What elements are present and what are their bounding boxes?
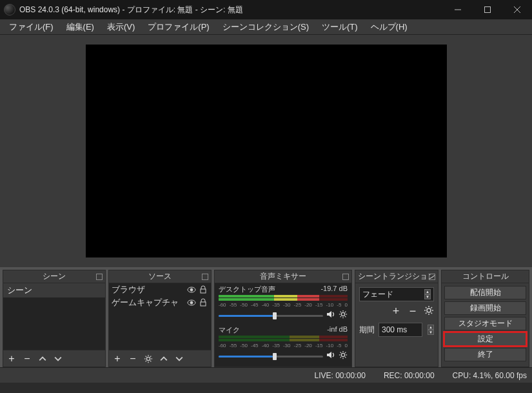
add-scene-button[interactable]: + xyxy=(6,353,17,365)
channel-settings-icon[interactable] xyxy=(339,350,348,361)
status-cpu: CPU: 4.1%, 60.00 fps xyxy=(453,371,527,380)
remove-source-button[interactable]: − xyxy=(127,353,139,365)
start-streaming-button[interactable]: 配信開始 xyxy=(444,286,526,299)
svg-rect-6 xyxy=(201,289,206,293)
svg-rect-1 xyxy=(485,7,491,13)
svg-line-16 xyxy=(150,361,151,361)
svg-point-5 xyxy=(190,288,193,291)
svg-point-39 xyxy=(427,308,431,312)
source-item[interactable]: ブラウザ xyxy=(109,283,211,296)
svg-point-8 xyxy=(190,301,193,304)
svg-line-28 xyxy=(345,312,346,312)
status-live: LIVE: 00:00:00 xyxy=(314,371,365,380)
audio-meter xyxy=(219,295,348,302)
menubar: ファイル(F) 編集(E) 表示(V) プロファイル(P) シーンコレクション(… xyxy=(0,19,532,35)
menu-edit[interactable]: 編集(E) xyxy=(60,19,101,35)
remove-scene-button[interactable]: − xyxy=(21,353,33,365)
undock-icon[interactable] xyxy=(202,274,208,280)
scene-down-button[interactable] xyxy=(52,353,64,365)
svg-line-36 xyxy=(345,357,346,358)
mixer-title: 音声ミキサー xyxy=(260,271,306,282)
mixer-body: デスクトップ音声-19.7 dB -60-55-50-45-40-35-30-2… xyxy=(215,283,351,367)
volume-slider[interactable] xyxy=(219,311,323,320)
svg-line-38 xyxy=(345,352,346,353)
start-recording-button[interactable]: 録画開始 xyxy=(444,301,526,315)
svg-line-25 xyxy=(340,312,341,312)
obs-logo-icon xyxy=(4,4,15,15)
mixer-channel: デスクトップ音声-19.7 dB -60-55-50-45-40-35-30-2… xyxy=(215,283,351,324)
svg-point-20 xyxy=(341,312,344,316)
svg-line-47 xyxy=(431,307,433,308)
scenes-list[interactable]: シーン xyxy=(3,283,105,350)
minimize-button[interactable] xyxy=(443,0,473,19)
sources-dock: ソース ブラウザ ゲームキャプチャ + − xyxy=(108,270,212,367)
scenes-title: シーン xyxy=(43,271,66,282)
svg-line-15 xyxy=(146,356,146,356)
settings-button[interactable]: 設定 xyxy=(444,332,526,346)
visibility-icon[interactable] xyxy=(186,297,197,308)
controls-title: コントロール xyxy=(462,271,509,282)
docks-container: シーン シーン + − ソース ブラウザ ゲームキャプチャ + xyxy=(0,267,532,367)
scenes-dock: シーン シーン + − xyxy=(3,270,106,367)
add-transition-button[interactable]: + xyxy=(390,306,402,317)
svg-marker-29 xyxy=(327,352,331,358)
menu-profile[interactable]: プロファイル(P) xyxy=(141,19,215,35)
chevron-up-icon[interactable]: ▲ xyxy=(428,325,434,330)
svg-line-18 xyxy=(150,356,151,356)
menu-help[interactable]: ヘルプ(H) xyxy=(364,19,414,35)
scene-item[interactable]: シーン xyxy=(3,283,105,297)
lock-icon[interactable] xyxy=(198,285,208,295)
menu-file[interactable]: ファイル(F) xyxy=(3,19,60,35)
mixer-dock: 音声ミキサー デスクトップ音声-19.7 dB -60-55-50-45-40-… xyxy=(214,270,352,367)
svg-point-10 xyxy=(146,357,150,360)
menu-view[interactable]: 表示(V) xyxy=(101,19,141,35)
maximize-button[interactable] xyxy=(473,0,502,19)
transitions-dock: シーントランジション フェード ▲▼ + − 期間 300 ms ▲▼ xyxy=(355,270,438,367)
svg-point-30 xyxy=(341,353,344,356)
svg-rect-9 xyxy=(201,302,206,306)
source-item[interactable]: ゲームキャプチャ xyxy=(109,296,211,309)
add-source-button[interactable]: + xyxy=(112,353,123,365)
source-up-button[interactable] xyxy=(158,353,170,365)
svg-line-35 xyxy=(340,352,341,353)
preview-canvas[interactable] xyxy=(86,45,447,257)
menu-tools[interactable]: ツール(T) xyxy=(315,19,364,35)
studio-mode-button[interactable]: スタジオモード xyxy=(444,317,526,330)
speaker-icon[interactable] xyxy=(326,309,336,321)
statusbar: LIVE: 00:00:00 REC: 00:00:00 CPU: 4.1%, … xyxy=(0,367,532,383)
window-title: OBS 24.0.3 (64-bit, windows) - プロファイル: 無… xyxy=(19,5,443,15)
scene-up-button[interactable] xyxy=(37,353,48,365)
undock-icon[interactable] xyxy=(429,274,435,280)
svg-marker-19 xyxy=(327,311,331,317)
transition-select[interactable]: フェード ▲▼ xyxy=(359,287,434,301)
meter-ticks: -60-55-50-45-40-35-30-25-20-15-10-50 xyxy=(219,302,348,308)
svg-line-45 xyxy=(431,313,433,314)
svg-line-37 xyxy=(340,357,341,358)
menu-scene-collection[interactable]: シーンコレクション(S) xyxy=(216,19,315,35)
chevron-down-icon[interactable]: ▼ xyxy=(424,294,431,299)
source-properties-button[interactable] xyxy=(143,353,154,365)
duration-label: 期間 xyxy=(359,325,375,336)
lock-icon[interactable] xyxy=(198,297,208,308)
svg-line-17 xyxy=(146,361,146,361)
status-rec: REC: 00:00:00 xyxy=(384,371,435,380)
svg-line-46 xyxy=(426,313,427,314)
channel-settings-icon[interactable] xyxy=(339,310,348,321)
speaker-icon[interactable] xyxy=(326,350,336,362)
sources-list[interactable]: ブラウザ ゲームキャプチャ xyxy=(109,283,211,350)
volume-slider[interactable] xyxy=(219,352,323,361)
visibility-icon[interactable] xyxy=(186,285,197,295)
duration-input[interactable]: 300 ms xyxy=(379,323,422,337)
exit-button[interactable]: 終了 xyxy=(444,348,526,361)
chevron-down-icon[interactable]: ▼ xyxy=(428,330,434,335)
chevron-up-icon[interactable]: ▲ xyxy=(424,289,431,294)
undock-icon[interactable] xyxy=(96,274,103,280)
transition-settings-icon[interactable] xyxy=(424,305,434,317)
audio-meter xyxy=(219,336,348,343)
preview-area xyxy=(0,35,532,267)
source-down-button[interactable] xyxy=(173,353,185,365)
undock-icon[interactable] xyxy=(342,274,349,280)
remove-transition-button[interactable]: − xyxy=(407,306,419,317)
close-button[interactable] xyxy=(502,0,532,19)
meter-ticks: -60-55-50-45-40-35-30-25-20-15-10-50 xyxy=(219,343,348,348)
